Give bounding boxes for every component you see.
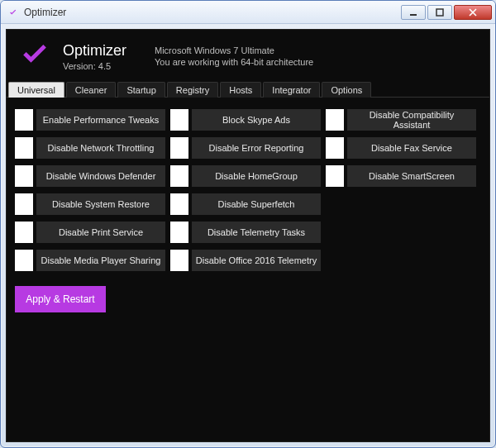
- option-label[interactable]: Disable Network Throttling: [36, 137, 165, 159]
- option-label[interactable]: Disable Telemetry Tasks: [192, 222, 321, 243]
- window-title: Optimizer: [24, 7, 399, 18]
- option-checkbox[interactable]: [15, 222, 33, 243]
- option-item: Disable Compatibility Assistant: [326, 109, 476, 131]
- option-checkbox[interactable]: [15, 165, 33, 187]
- header: Optimizer Version: 4.5 Microsoft Windows…: [7, 30, 489, 81]
- option-item: Disable Superfetch: [170, 193, 321, 215]
- option-item: Disable Fax Service: [326, 137, 476, 159]
- option-label[interactable]: Disable Fax Service: [347, 137, 476, 159]
- svg-rect-0: [410, 14, 417, 16]
- option-label[interactable]: Disable Superfetch: [192, 193, 321, 215]
- tab-content: Enable Performance Tweaks Block Skype Ad…: [7, 98, 489, 441]
- option-label[interactable]: Disable HomeGroup: [192, 165, 321, 187]
- option-label[interactable]: Disable System Restore: [36, 193, 165, 215]
- minimize-button[interactable]: [401, 5, 426, 20]
- option-checkbox[interactable]: [326, 137, 344, 159]
- option-label[interactable]: Disable Compatibility Assistant: [347, 109, 476, 131]
- app-icon-checkmark-icon: [7, 7, 19, 18]
- os-name: Microsoft Windows 7 Ultimate: [155, 45, 313, 55]
- option-item: Enable Performance Tweaks: [15, 109, 165, 131]
- option-item: Disable Office 2016 Telemetry: [170, 250, 321, 271]
- tab-startup[interactable]: Startup: [117, 82, 165, 98]
- option-checkbox[interactable]: [170, 193, 188, 215]
- option-checkbox[interactable]: [170, 137, 188, 159]
- title-column: Optimizer Version: 4.5: [63, 42, 126, 71]
- option-label[interactable]: Disable Media Player Sharing: [36, 250, 165, 271]
- tab-options[interactable]: Options: [322, 82, 371, 98]
- option-item: Disable Media Player Sharing: [15, 250, 165, 271]
- option-label[interactable]: Disable Print Service: [36, 222, 165, 243]
- os-column: Microsoft Windows 7 Ultimate You are wor…: [155, 45, 313, 67]
- option-item: Disable HomeGroup: [170, 165, 321, 187]
- tab-strip: Universal Cleaner Startup Registry Hosts…: [7, 81, 489, 98]
- option-item: Disable Telemetry Tasks: [170, 222, 321, 243]
- option-label[interactable]: Block Skype Ads: [192, 109, 321, 131]
- tab-universal[interactable]: Universal: [8, 82, 64, 98]
- app-version: Version: 4.5: [63, 61, 126, 71]
- logo-checkmark-icon: [18, 40, 51, 73]
- option-checkbox[interactable]: [170, 250, 188, 271]
- option-label[interactable]: Disable Office 2016 Telemetry: [192, 250, 321, 271]
- option-checkbox[interactable]: [170, 109, 188, 131]
- tab-registry[interactable]: Registry: [167, 82, 218, 98]
- option-checkbox[interactable]: [170, 222, 188, 243]
- option-checkbox[interactable]: [15, 250, 33, 271]
- titlebar: Optimizer: [1, 1, 495, 24]
- maximize-button[interactable]: [427, 5, 452, 20]
- tab-hosts[interactable]: Hosts: [220, 82, 261, 98]
- os-arch: You are working with 64-bit architecture: [155, 57, 313, 67]
- close-button[interactable]: [454, 5, 492, 20]
- tab-integrator[interactable]: Integrator: [263, 82, 320, 98]
- option-checkbox[interactable]: [326, 109, 344, 131]
- option-item: Disable Error Reporting: [170, 137, 321, 159]
- option-checkbox[interactable]: [326, 165, 344, 187]
- option-checkbox[interactable]: [170, 165, 188, 187]
- option-checkbox[interactable]: [15, 109, 33, 131]
- option-label[interactable]: Disable SmartScreen: [347, 165, 476, 187]
- svg-rect-1: [436, 9, 443, 16]
- client-area: Optimizer Version: 4.5 Microsoft Windows…: [6, 29, 490, 442]
- app-title: Optimizer: [63, 42, 126, 60]
- option-item: Disable Network Throttling: [15, 137, 165, 159]
- option-item: Disable Windows Defender: [15, 165, 165, 187]
- option-checkbox[interactable]: [15, 137, 33, 159]
- option-item: Disable SmartScreen: [326, 165, 476, 187]
- option-label[interactable]: Disable Windows Defender: [36, 165, 165, 187]
- option-label[interactable]: Enable Performance Tweaks: [36, 109, 165, 131]
- option-item: Block Skype Ads: [170, 109, 321, 131]
- apply-restart-button[interactable]: Apply & Restart: [15, 286, 106, 312]
- app-window: Optimizer Optimizer Version: 4.5 Microso…: [0, 0, 496, 448]
- option-label[interactable]: Disable Error Reporting: [192, 137, 321, 159]
- tab-cleaner[interactable]: Cleaner: [66, 82, 117, 98]
- option-item: Disable System Restore: [15, 193, 165, 215]
- option-item: Disable Print Service: [15, 222, 165, 243]
- option-checkbox[interactable]: [15, 193, 33, 215]
- options-grid: Enable Performance Tweaks Block Skype Ad…: [15, 109, 481, 271]
